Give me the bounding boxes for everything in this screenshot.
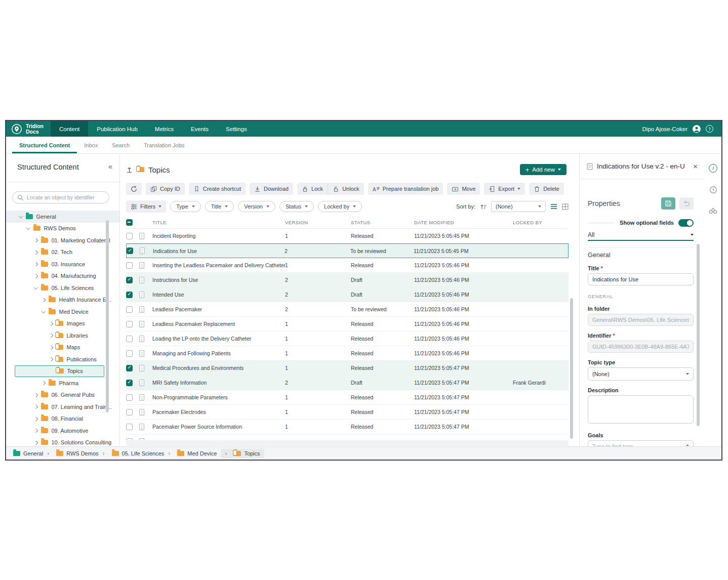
main-menu-item[interactable]: Publication Hub [88,121,146,137]
tree-item[interactable]: RWS Demos [6,223,119,235]
table-row[interactable]: Medical Procedures and Environments 1 Re… [126,361,569,376]
row-checkbox[interactable] [126,365,133,371]
row-checkbox[interactable] [126,233,133,239]
tree-item[interactable]: 03. Insurance [6,258,119,270]
tree-item[interactable]: Libraries [6,329,119,342]
breadcrumb-item[interactable]: Topics [221,449,264,458]
table-row[interactable]: Instructions for Use 2 Draft 11/21/2023 … [126,273,569,287]
column-header-date-modified[interactable]: DATE MODIFIED [414,220,513,225]
collapse-sidebar-icon[interactable]: « [108,162,112,171]
column-header-status[interactable]: STATUS [351,220,414,225]
tree-item[interactable]: 07. Learning and Train... [6,401,119,413]
save-button[interactable] [661,197,675,210]
chevron-icon[interactable] [34,417,38,421]
refresh-button[interactable] [126,183,142,195]
chevron-icon[interactable] [42,381,46,385]
row-checkbox[interactable] [126,350,133,357]
chevron-icon[interactable] [34,285,38,289]
column-header-title[interactable]: TITLE [152,220,285,225]
topic-type-select[interactable]: (None) [588,367,694,381]
row-checkbox[interactable] [126,306,133,313]
secondary-tab[interactable]: Structured Content [12,137,77,153]
history-clock-icon[interactable] [709,186,717,194]
table-scrollbar-thumb[interactable] [570,298,573,439]
breadcrumb-item[interactable]: General [13,450,43,457]
table-row[interactable]: Managing and Following Patients 1 Releas… [126,346,569,361]
table-row[interactable]: Leadless Pacemaker 2 To be reviewed 11/2… [126,302,569,317]
chevron-icon[interactable] [49,345,53,349]
secondary-tab[interactable]: Search [105,137,137,153]
undo-button[interactable] [679,197,694,210]
chevron-icon[interactable] [34,274,38,278]
move-button[interactable]: Move [447,183,480,195]
main-menu-item[interactable]: Content [51,121,88,137]
chevron-icon[interactable] [34,429,38,433]
chevron-icon[interactable] [49,334,53,338]
column-header-version[interactable]: VERSION [285,220,351,225]
chevron-icon[interactable] [26,226,30,230]
table-row[interactable]: MRI Safety Information 2 Draft 11/21/202… [126,376,569,390]
tree-item[interactable]: 08. Financial [6,413,119,425]
table-row[interactable]: Pacemaker Electrodes 1 Released 11/21/20… [126,405,569,420]
main-menu-item[interactable]: Settings [217,121,256,137]
row-checkbox[interactable] [126,277,133,283]
tree-item[interactable]: 05. Life Sciences [6,282,119,294]
row-checkbox[interactable] [126,292,133,298]
chevron-icon[interactable] [34,238,38,242]
main-menu-item[interactable]: Metrics [146,121,182,137]
breadcrumb-item[interactable]: 05. Life Sciences [103,450,165,457]
delete-button[interactable]: Delete [529,183,564,195]
breadcrumb-item[interactable]: Med Device [168,450,217,457]
tree-item[interactable]: Med Device [6,306,119,318]
sort-by-select[interactable]: (None) [491,201,546,212]
tree-item[interactable]: General [6,211,119,223]
filter-pill[interactable]: Locked by [318,201,362,212]
tree-item[interactable]: Maps [6,342,119,354]
row-checkbox[interactable] [126,380,133,386]
table-row[interactable]: Leadless Pacemaker Replacement 1 Release… [126,317,569,332]
chevron-icon[interactable] [34,393,38,397]
search-input[interactable] [27,194,104,200]
user-avatar-icon[interactable] [693,125,701,133]
sidebar-scrollbar-thumb[interactable] [106,220,109,412]
help-icon[interactable]: ? [706,125,713,133]
table-row[interactable]: Non-Programmable Parameters 1 Released 1… [126,390,569,405]
row-checkbox[interactable] [127,247,133,254]
chevron-icon[interactable] [42,298,46,302]
select-all-checkbox[interactable] [126,219,133,226]
sort-direction-icon[interactable] [480,203,487,210]
panel-scrollbar-thumb[interactable] [697,244,700,426]
export-button[interactable]: Export [484,183,525,195]
chevron-icon[interactable] [49,357,53,361]
secondary-tab[interactable]: Inbox [77,137,105,153]
breadcrumb-item[interactable]: RWS Demos [47,450,98,457]
filters-button[interactable]: Filters [126,200,166,213]
goals-input[interactable] [592,443,686,446]
secondary-tab[interactable]: Translation Jobs [137,137,191,153]
filter-pill[interactable]: Version [238,201,275,212]
stepper-icon[interactable] [686,444,689,446]
close-icon[interactable]: × [693,162,698,171]
chevron-icon[interactable] [34,262,38,266]
table-row[interactable]: Incident Reporting 1 Released 11/21/2023… [126,229,569,243]
row-checkbox[interactable] [126,321,133,327]
info-icon[interactable]: i [709,164,717,173]
tree-item[interactable]: Publications [6,353,119,365]
tree-item[interactable]: Pharma [6,377,119,389]
table-row[interactable]: Indications for Use 2 To be reviewed 11/… [126,243,569,258]
tree-item[interactable]: 04. Manufacturing [6,270,119,282]
identifier-search-box[interactable] [12,191,109,203]
title-field-input[interactable] [588,273,694,285]
main-menu-item[interactable]: Events [182,121,217,137]
unlock-button[interactable]: Unlock [328,183,364,195]
tree-item[interactable]: Images [6,318,119,330]
table-row[interactable]: Intended Use 2 Draft 11/21/2023 5:05:46 … [126,287,569,302]
filter-pill[interactable]: Status [279,201,314,212]
table-row[interactable]: Pacemaker Power Source Information 1 Rel… [126,420,569,434]
chevron-icon[interactable] [34,440,38,444]
row-checkbox[interactable] [126,262,133,269]
row-checkbox[interactable] [126,409,133,416]
show-optional-fields-toggle[interactable] [678,219,694,227]
lock-button[interactable]: Lock [297,183,328,195]
filter-pill[interactable]: Title [205,201,234,212]
